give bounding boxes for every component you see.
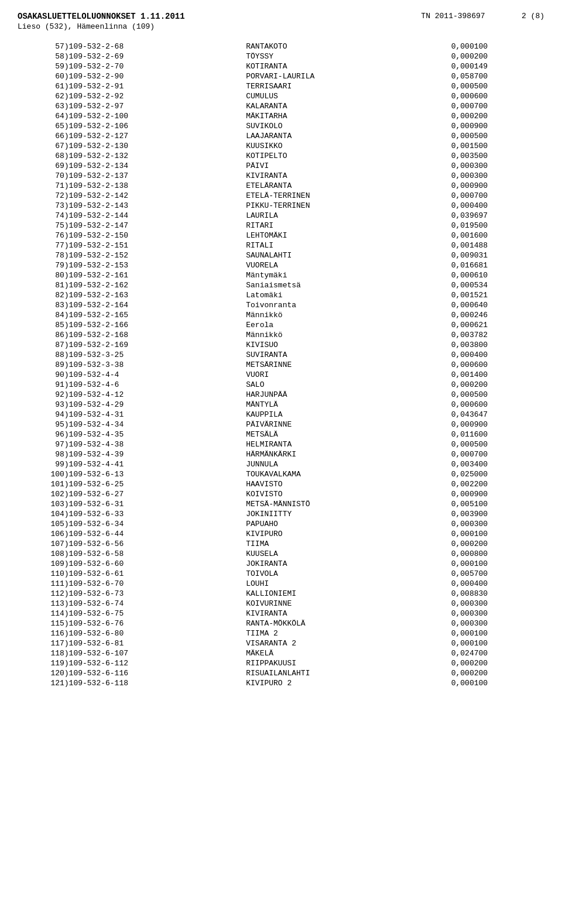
row-value: 0,008830 — [451, 589, 544, 599]
row-name: JUNNULA — [246, 459, 451, 469]
row-value: 0,000600 — [451, 91, 544, 101]
page-container: OSAKASLUETTELOLUONNOKSET 1.11.2011 TN 20… — [18, 12, 544, 688]
table-row: 83)109-532-2-164Toivonranta0,000640 — [18, 300, 544, 310]
table-row: 80)109-532-2-161Mäntymäki0,000610 — [18, 270, 544, 280]
row-number: 86) — [18, 330, 69, 340]
row-number: 69) — [18, 161, 69, 171]
row-code: 109-532-6-118 — [69, 678, 246, 688]
table-row: 114)109-532-6-75KIVIRANTA0,000300 — [18, 609, 544, 619]
row-code: 109-532-2-142 — [69, 191, 246, 201]
table-row: 73)109-532-2-143PIKKU-TERRINEN0,000400 — [18, 201, 544, 211]
row-name: SUVIRANTA — [246, 350, 451, 360]
row-number: 81) — [18, 280, 69, 290]
row-code: 109-532-2-130 — [69, 141, 246, 151]
row-number: 92) — [18, 390, 69, 400]
row-value: 0,000500 — [451, 439, 544, 449]
row-number: 88) — [18, 350, 69, 360]
row-number: 96) — [18, 430, 69, 439]
page-number: 2 (8) — [522, 12, 544, 20]
row-value: 0,000200 — [451, 111, 544, 121]
row-code: 109-532-6-31 — [69, 499, 246, 509]
row-name: VUORELA — [246, 260, 451, 270]
table-row: 78)109-532-2-152SAUNALAHTI0,009031 — [18, 250, 544, 260]
row-code: 109-532-2-151 — [69, 241, 246, 250]
row-name: KIVISUO — [246, 340, 451, 350]
table-row: 76)109-532-2-150LEHTOMÄKI0,001600 — [18, 231, 544, 241]
row-name: MÄNTYLÄ — [246, 400, 451, 410]
row-code: 109-532-4-12 — [69, 390, 246, 400]
row-number: 70) — [18, 171, 69, 181]
table-row: 72)109-532-2-142ETELÄ-TERRINEN0,000700 — [18, 191, 544, 201]
row-name: METSÄ-MÄNNISTÖ — [246, 499, 451, 509]
table-row: 75)109-532-2-147RITARI0,019500 — [18, 221, 544, 231]
row-code: 109-532-2-127 — [69, 131, 246, 141]
row-name: Männikkö — [246, 310, 451, 320]
row-name: ETELÄ-TERRINEN — [246, 191, 451, 201]
row-value: 0,003800 — [451, 340, 544, 350]
row-value: 0,024700 — [451, 648, 544, 658]
row-value: 0,000900 — [451, 420, 544, 430]
row-number: 61) — [18, 81, 69, 91]
table-row: 63)109-532-2-97KALARANTA0,000700 — [18, 101, 544, 111]
row-number: 105) — [18, 519, 69, 529]
row-name: TOIVOLA — [246, 569, 451, 579]
row-number: 99) — [18, 459, 69, 469]
row-value: 0,000534 — [451, 280, 544, 290]
row-number: 106) — [18, 529, 69, 539]
row-number: 59) — [18, 61, 69, 71]
row-number: 104) — [18, 509, 69, 519]
table-row: 118)109-532-6-107MÄKELÄ0,024700 — [18, 648, 544, 658]
row-number: 95) — [18, 420, 69, 430]
row-code: 109-532-2-169 — [69, 340, 246, 350]
row-name: JOKIRANTA — [246, 559, 451, 569]
row-number: 117) — [18, 638, 69, 648]
row-code: 109-532-4-4 — [69, 370, 246, 380]
row-value: 0,000300 — [451, 609, 544, 619]
row-code: 109-532-2-152 — [69, 250, 246, 260]
header-subtitle: Lieso (532), Hämeenlinna (109) — [18, 22, 544, 31]
table-row: 68)109-532-2-132KOTIPELTO0,003500 — [18, 151, 544, 161]
row-name: ETELÄRANTA — [246, 181, 451, 191]
row-code: 109-532-4-31 — [69, 410, 246, 420]
table-row: 57)109-532-2-68RANTAKOTO0,000100 — [18, 42, 544, 51]
row-name: HARJUNPÄÄ — [246, 390, 451, 400]
row-number: 65) — [18, 121, 69, 131]
row-number: 67) — [18, 141, 69, 151]
row-code: 109-532-4-39 — [69, 449, 246, 459]
row-value: 0,000600 — [451, 400, 544, 410]
row-value: 0,000100 — [451, 678, 544, 688]
table-row: 92)109-532-4-12HARJUNPÄÄ0,000500 — [18, 390, 544, 400]
table-row: 116)109-532-6-80TIIMA 20,000100 — [18, 628, 544, 638]
row-value: 0,000200 — [451, 539, 544, 549]
row-value: 0,000100 — [451, 638, 544, 648]
row-name: Männikkö — [246, 330, 451, 340]
row-number: 107) — [18, 539, 69, 549]
row-code: 109-532-2-68 — [69, 42, 246, 51]
table-row: 94)109-532-4-31KAUPPILA0,043647 — [18, 410, 544, 420]
row-name: LOUHI — [246, 579, 451, 589]
table-row: 90)109-532-4-4VUORI0,001400 — [18, 370, 544, 380]
row-name: KIVIRANTA — [246, 171, 451, 181]
row-value: 0,001488 — [451, 241, 544, 250]
row-code: 109-532-2-134 — [69, 161, 246, 171]
table-row: 110)109-532-6-61TOIVOLA0,005700 — [18, 569, 544, 579]
row-name: TOUKAVALKAMA — [246, 469, 451, 479]
row-name: METSÄRINNE — [246, 360, 451, 370]
table-row: 64)109-532-2-100MÄKITARHA0,000200 — [18, 111, 544, 121]
table-row: 70)109-532-2-137KIVIRANTA0,000300 — [18, 171, 544, 181]
row-value: 0,000100 — [451, 42, 544, 51]
row-value: 0,000149 — [451, 61, 544, 71]
row-number: 85) — [18, 320, 69, 330]
row-value: 0,000500 — [451, 81, 544, 91]
row-number: 114) — [18, 609, 69, 619]
row-code: 109-532-2-165 — [69, 310, 246, 320]
table-row: 87)109-532-2-169KIVISUO0,003800 — [18, 340, 544, 350]
row-number: 97) — [18, 439, 69, 449]
table-row: 100)109-532-6-13TOUKAVALKAMA0,025000 — [18, 469, 544, 479]
row-number: 77) — [18, 241, 69, 250]
row-name: RISUAILANLAHTI — [246, 668, 451, 678]
row-name: SUVIKOLO — [246, 121, 451, 131]
row-code: 109-532-2-138 — [69, 181, 246, 191]
row-code: 109-532-6-33 — [69, 509, 246, 519]
row-code: 109-532-2-137 — [69, 171, 246, 181]
